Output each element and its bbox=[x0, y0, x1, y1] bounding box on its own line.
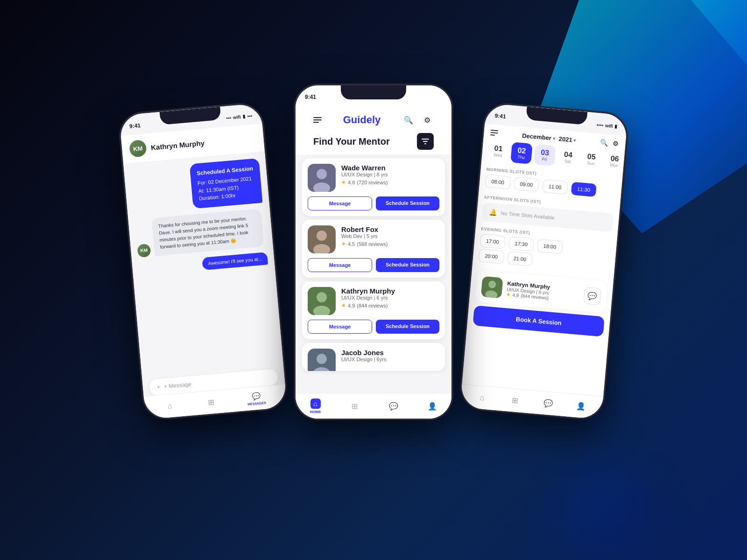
c-nav-profile[interactable]: 👤 bbox=[427, 401, 437, 411]
messages-screen: KM Kathryn Murphy Scheduled A Session Fo… bbox=[121, 124, 287, 420]
time-left: 9:41 bbox=[129, 122, 141, 130]
c-nav-messages[interactable]: 💬 bbox=[388, 401, 399, 411]
svg-point-10 bbox=[317, 292, 327, 302]
signal-icon-left: ▪▪▪ bbox=[226, 115, 232, 120]
c-nav-calendar[interactable]: ⊞ bbox=[350, 401, 360, 411]
slot-1100[interactable]: 11:00 bbox=[542, 179, 568, 195]
message-button-0[interactable]: Message bbox=[308, 196, 372, 210]
date-02[interactable]: 02 Thu bbox=[510, 142, 533, 164]
year-selector[interactable]: 2021 ▾ bbox=[558, 135, 576, 143]
date-num-03: 03 bbox=[541, 148, 550, 157]
mentor-list: Wade Warren UI/UX Design | 8 yrs ★ 4.8 (… bbox=[296, 154, 451, 375]
date-06[interactable]: 06 Mon bbox=[603, 150, 625, 173]
center-header-wrap: Guidely 🔍 ⚙ Find Your Mentor bbox=[296, 106, 451, 154]
mentor-avatar-svg-2 bbox=[308, 287, 336, 315]
r-nav-home[interactable]: ⌂ bbox=[477, 392, 487, 403]
mentor-rating-2: ★ 4.9 (844 reviews) bbox=[341, 302, 439, 308]
mentor-avatar-svg-1 bbox=[308, 225, 336, 253]
nav-calendar-left[interactable]: ⊞ bbox=[206, 397, 216, 407]
r-nav-messages[interactable]: 💬 bbox=[543, 399, 553, 409]
mentor-card-1: Robert Fox Web Dev | 5 yrs ★ 4.5 (568 re… bbox=[302, 220, 445, 278]
avatar-inner-0 bbox=[308, 164, 336, 192]
mentor-info-0: Wade Warren UI/UX Design | 8 yrs ★ 4.8 (… bbox=[341, 164, 439, 185]
bottom-avatar-svg bbox=[481, 276, 503, 299]
input-placeholder: + Message bbox=[163, 381, 191, 390]
r-home-icon: ⌂ bbox=[477, 392, 487, 403]
c-messages-icon: 💬 bbox=[388, 401, 399, 411]
slot-1700[interactable]: 17:00 bbox=[479, 234, 506, 249]
message-button-1[interactable]: Message bbox=[308, 258, 372, 272]
star-icon-2: ★ bbox=[341, 302, 346, 308]
right-bottom-nav: ⌂ ⊞ 💬 👤 bbox=[460, 384, 603, 420]
nav-messages-left[interactable]: 💬 MESSAGES bbox=[247, 391, 266, 406]
battery-icon-center: ▮ bbox=[439, 95, 442, 100]
date-03[interactable]: 03 Fri bbox=[534, 144, 556, 166]
date-num-01: 01 bbox=[494, 144, 503, 153]
date-day-06: Mon bbox=[610, 163, 618, 168]
status-icons-left: ▪▪▪ wifi ▮ ••• bbox=[226, 113, 253, 120]
schedule-button-2[interactable]: Schedule Session bbox=[376, 320, 439, 334]
rating-value-1: 4.5 bbox=[348, 241, 355, 247]
filter-button[interactable] bbox=[417, 133, 434, 150]
c-home-icon: ⌂ bbox=[310, 399, 321, 409]
center-bottom-nav: ⌂ HOME ⊞ 💬 👤 bbox=[296, 393, 451, 419]
hamburger-menu[interactable] bbox=[313, 117, 322, 123]
session-bubble: Scheduled A Session For: 02 December 202… bbox=[190, 158, 263, 209]
date-05[interactable]: 05 Sun bbox=[580, 148, 603, 170]
date-04[interactable]: 04 Sat bbox=[557, 146, 579, 168]
reply-text: Thanks for choosing me to be your mentor… bbox=[158, 214, 257, 250]
svg-point-13 bbox=[317, 354, 327, 364]
schedule-button-1[interactable]: Schedule Session bbox=[376, 258, 439, 272]
slot-0900[interactable]: 09:00 bbox=[514, 177, 540, 192]
r-nav-calendar[interactable]: ⊞ bbox=[510, 395, 520, 406]
month-label: December bbox=[522, 132, 552, 141]
slot-2000[interactable]: 20:00 bbox=[478, 249, 504, 264]
gear-icon-right[interactable]: ⚙ bbox=[613, 140, 619, 147]
c-profile-icon: 👤 bbox=[427, 401, 437, 411]
hamburger-right[interactable] bbox=[490, 130, 498, 136]
month-selector[interactable]: December ▾ bbox=[522, 132, 556, 141]
mentor-card-top-3: Jacob Jones UI/UX Design | 6yrs bbox=[308, 349, 439, 371]
search-icon-right[interactable]: 🔍 bbox=[600, 139, 608, 147]
battery-icon-right: ▮ bbox=[614, 124, 618, 129]
r-nav-profile[interactable]: 👤 bbox=[576, 401, 586, 412]
ham-line-2 bbox=[313, 119, 322, 120]
slot-1730[interactable]: 17:30 bbox=[508, 236, 534, 252]
svg-rect-0 bbox=[422, 139, 429, 140]
date-day-03: Fri bbox=[542, 157, 547, 162]
slot-2100[interactable]: 21:00 bbox=[507, 251, 533, 266]
star-icon-0: ★ bbox=[341, 179, 346, 185]
status-icons-right: ▪▪▪▪ wifi ▮ bbox=[597, 122, 618, 129]
nav-home-left[interactable]: ⌂ bbox=[165, 401, 175, 411]
mentor-actions-2: Message Schedule Session bbox=[308, 320, 439, 334]
messages-body: Scheduled A Session For: 02 December 202… bbox=[123, 152, 285, 397]
message-button-2[interactable]: Message bbox=[308, 320, 372, 334]
slot-1130[interactable]: 11:30 bbox=[571, 182, 597, 197]
battery-icon-left: ▮ bbox=[242, 113, 246, 119]
c-nav-home[interactable]: ⌂ HOME bbox=[310, 399, 321, 414]
mentor-avatar-2 bbox=[308, 287, 336, 315]
date-01[interactable]: 01 Wed bbox=[487, 140, 509, 162]
settings-icon[interactable]: ⚙ bbox=[421, 113, 434, 126]
ham-r2 bbox=[491, 132, 498, 133]
rating-value-0: 4.8 bbox=[348, 180, 355, 185]
rating-reviews-0: (720 reviews) bbox=[357, 180, 388, 185]
search-icon[interactable]: 🔍 bbox=[402, 113, 415, 126]
schedule-button-0[interactable]: Schedule Session bbox=[376, 196, 439, 210]
mentor-bottom-card: Kathryn Murphy UI/UX Design | 6 yrs ★ 4.… bbox=[475, 270, 608, 313]
mentor-avatar-0 bbox=[308, 164, 336, 192]
mentor-info-2: Kathryn Murphy UI/UX Design | 6 yrs ★ 4.… bbox=[341, 287, 439, 308]
date-num-05: 05 bbox=[587, 152, 596, 161]
slot-0800[interactable]: 08:00 bbox=[485, 174, 511, 189]
chat-button[interactable]: 💬 bbox=[583, 287, 601, 305]
svg-point-4 bbox=[317, 169, 327, 179]
msg-contact-name: Kathryn Murphy bbox=[151, 139, 205, 151]
phone-right: 9:41 ▪▪▪▪ wifi ▮ December bbox=[458, 102, 629, 421]
mentor-card-3: Jacob Jones UI/UX Design | 6yrs bbox=[302, 343, 445, 371]
ham-line-3 bbox=[313, 122, 319, 123]
chat-icon: 💬 bbox=[587, 291, 598, 301]
mentor-avatar-svg-3 bbox=[308, 349, 336, 371]
slot-1800[interactable]: 18:00 bbox=[537, 239, 563, 254]
mentor-card-top-0: Wade Warren UI/UX Design | 8 yrs ★ 4.8 (… bbox=[308, 164, 439, 192]
ham-r1 bbox=[491, 130, 498, 131]
